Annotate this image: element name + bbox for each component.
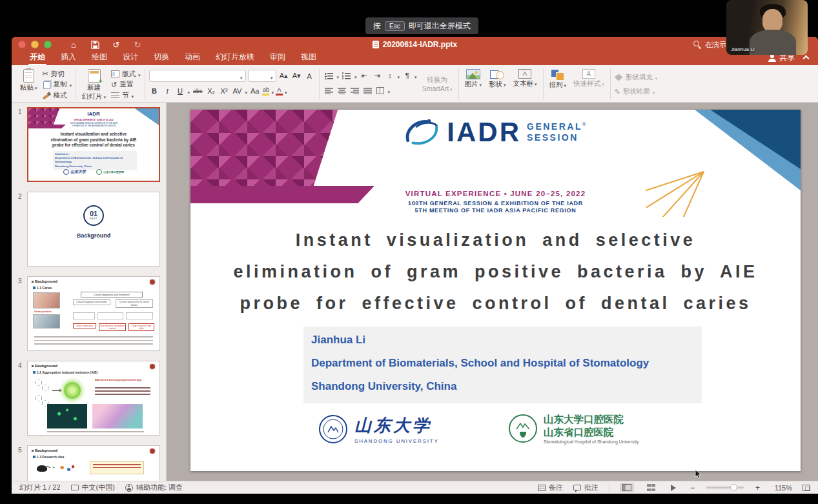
insert-textbox-button[interactable]: 文本框 — [511, 68, 539, 89]
save-icon[interactable] — [90, 39, 100, 50]
iadr-logo: IADR GENERAL® SESSION — [404, 117, 587, 147]
superscript-button[interactable]: X² — [219, 86, 230, 96]
subscript-button[interactable]: X₂ — [206, 86, 217, 96]
tab-review[interactable]: 审阅 — [262, 50, 293, 65]
cut-button[interactable]: ✂剪切 — [43, 69, 72, 79]
home-icon[interactable]: ⌂ — [68, 39, 79, 50]
highlight-color-button[interactable]: ab — [262, 87, 269, 96]
bold-button[interactable]: B — [149, 86, 160, 96]
slide-canvas[interactable]: IADR GENERAL® SESSION VIRTUAL EXPERIENCE… — [190, 110, 801, 471]
iadr-general-session: GENERAL® SESSION — [527, 121, 588, 144]
increase-font-button[interactable]: A▴ — [278, 71, 289, 81]
new-slide-label-2: 幻灯片 — [82, 93, 103, 101]
insert-shapes-button[interactable]: 形状 — [487, 68, 508, 90]
zoom-out-button[interactable]: − — [689, 483, 696, 492]
zoom-in-button[interactable]: + — [754, 483, 761, 492]
decrease-indent-button[interactable]: ⇤ — [359, 70, 370, 81]
font-size-select[interactable] — [248, 70, 276, 82]
tab-slideshow[interactable]: 幻灯片放映 — [208, 50, 262, 65]
zoom-slider-knob[interactable] — [730, 484, 737, 491]
quick-styles-button[interactable]: 快速样式 — [571, 68, 606, 89]
increase-indent-button[interactable]: ⇥ — [372, 70, 383, 81]
comments-button[interactable]: 批注 — [573, 483, 598, 492]
slide-thumbnail-2[interactable]: 01 PART Background — [27, 192, 160, 267]
columns-button[interactable] — [375, 85, 386, 96]
minimize-window-button[interactable] — [31, 41, 39, 48]
line-spacing-button[interactable]: ↕ — [385, 70, 396, 81]
banner-mosaic-pattern — [190, 110, 338, 194]
font-color-button[interactable]: A — [276, 87, 283, 96]
tab-view[interactable]: 视图 — [293, 50, 324, 65]
accessibility-status[interactable]: 辅助功能: 调查 — [125, 483, 183, 492]
copy-button[interactable]: 复制 — [43, 80, 72, 90]
arrange-button[interactable]: 排列 — [547, 68, 569, 90]
slide-thumbnail-1[interactable]: IADR VIRTUAL EXPERIENCE • JUNE 20–25, 20… — [27, 107, 160, 182]
format-painter-button[interactable]: 格式 — [43, 90, 72, 100]
tab-insert[interactable]: 插入 — [53, 50, 84, 65]
align-center-button[interactable] — [336, 85, 347, 96]
webcam-overlay[interactable]: Jianhua Li — [726, 0, 808, 55]
slide-editing-area[interactable]: IADR GENERAL® SESSION VIRTUAL EXPERIENCE… — [167, 103, 818, 481]
character-spacing-button[interactable]: AV — [232, 86, 243, 96]
clear-formatting-button[interactable]: A — [304, 71, 315, 81]
section-button[interactable]: 节 — [111, 90, 141, 100]
thumb3-flow-box — [126, 312, 153, 319]
tab-animations[interactable]: 动画 — [177, 50, 208, 65]
notes-button[interactable]: 备注 — [538, 483, 563, 492]
underline-button[interactable]: U — [175, 86, 186, 96]
thumb5-subtitle-text: 1.3 Research idea — [37, 455, 64, 459]
tab-draw[interactable]: 绘图 — [84, 50, 115, 65]
shape-outline-button[interactable]: ✎ 形状轮廓 — [615, 87, 658, 97]
slideshow-view-button[interactable] — [668, 483, 679, 492]
new-slide-icon — [88, 69, 101, 83]
tab-design[interactable]: 设计 — [115, 50, 146, 65]
paste-button[interactable]: 粘贴 — [18, 68, 39, 93]
align-left-button[interactable] — [323, 85, 334, 96]
shape-fill-button[interactable]: 形状填充 — [615, 73, 658, 83]
new-slide-button[interactable]: 新建 幻灯片 — [80, 68, 108, 101]
tab-transitions[interactable]: 切换 — [146, 50, 177, 65]
fit-slide-to-window-button[interactable] — [803, 485, 810, 491]
slide-thumbnail-5[interactable]: Background 1.3 Research idea + — [27, 445, 160, 481]
reset-icon: ↺ — [111, 81, 117, 88]
convert-to-smartart-button[interactable]: 转换为 SmartArt — [420, 68, 455, 101]
hospital-name-cn-2: 山东省口腔医院 — [544, 426, 639, 439]
decrease-font-button[interactable]: A▾ — [291, 71, 302, 81]
layout-button[interactable]: 版式 — [111, 69, 141, 79]
slide-thumbnail-panel[interactable]: 1 IADR VIRTUAL EXPERIENCE • JUNE 20–25, … — [12, 103, 167, 481]
arrange-icon — [551, 69, 565, 80]
slide-sorter-view-button[interactable] — [644, 483, 658, 492]
change-case-button[interactable]: Aa — [249, 86, 260, 96]
fullscreen-window-button[interactable] — [44, 41, 52, 48]
thumbnail-row: 1 IADR VIRTUAL EXPERIENCE • JUNE 20–25, … — [12, 107, 166, 182]
bullets-button[interactable] — [323, 70, 335, 81]
iadr-general-text: GENERAL — [527, 121, 582, 132]
text-direction-button[interactable]: ¶ — [402, 70, 413, 81]
tab-home[interactable]: 开始 — [22, 50, 53, 65]
iadr-banner-image[interactable]: IADR GENERAL® SESSION VIRTUAL EXPERIENCE… — [190, 110, 801, 217]
shape-outline-label: 形状轮廓 — [623, 87, 650, 96]
language-status[interactable]: 中文(中国) — [71, 483, 115, 492]
author-textbox[interactable]: Jianhua Li Department of Biomaterials, S… — [303, 327, 702, 403]
insert-picture-button[interactable]: 图片 — [463, 68, 484, 90]
normal-view-button[interactable] — [620, 483, 634, 492]
slide-sorter-icon — [647, 484, 655, 491]
zoom-slider[interactable] — [706, 487, 744, 489]
slide-thumbnail-4[interactable]: Background 1.2 Aggregation induced emiss… — [27, 361, 160, 436]
align-right-button[interactable] — [349, 85, 360, 96]
slide-title-textbox[interactable]: Instant visualization and selective elim… — [190, 225, 801, 319]
italic-button[interactable]: I — [162, 86, 173, 96]
redo-icon[interactable]: ↻ — [132, 39, 143, 50]
font-name-select[interactable] — [149, 70, 246, 82]
undo-icon[interactable]: ↺ — [111, 39, 121, 50]
shandong-university-logo[interactable]: 山东大学 SHANDONG UNIVERSITY — [318, 414, 439, 444]
numbering-button[interactable] — [341, 70, 353, 81]
close-window-button[interactable] — [18, 41, 26, 48]
stomatology-hospital-logo[interactable]: 山东大学口腔医院 山东省口腔医院 Stomatological Hospital… — [508, 413, 639, 444]
picture-label: 图片 — [465, 81, 478, 88]
justify-button[interactable] — [362, 85, 373, 96]
collapse-ribbon-button[interactable] — [804, 56, 810, 61]
slide-thumbnail-3[interactable]: Background 1.1 Caries Gram positive Cari… — [27, 276, 160, 351]
reset-button[interactable]: ↺重置 — [111, 80, 141, 90]
strikethrough-button[interactable]: abc — [192, 86, 204, 96]
